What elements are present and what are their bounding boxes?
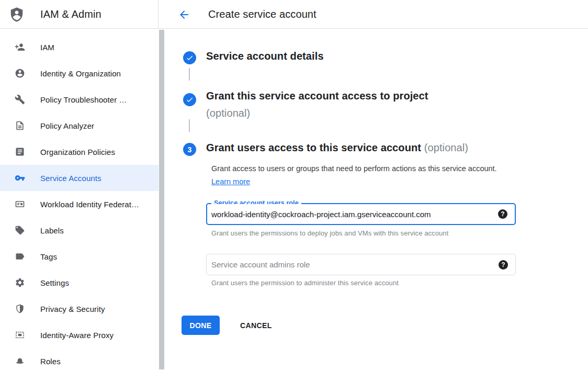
sidebar-item-label: IAM (40, 43, 54, 52)
sidebar-scrollbar-track[interactable] (159, 29, 165, 370)
check-icon (186, 96, 194, 104)
page-title: Create service account (208, 8, 316, 20)
users-role-helper: Grant users the permissions to deploy jo… (211, 229, 448, 237)
sidebar-item-label: Organization Policies (40, 148, 115, 156)
step1-title-text: Service account details (206, 50, 324, 62)
roles-hat-icon (15, 356, 25, 366)
shield-half-icon (15, 304, 25, 314)
sidebar-item-organization-policies[interactable]: Organization Policies (0, 139, 159, 165)
step-connector (189, 68, 190, 81)
iam-shield-logo-icon (9, 6, 25, 24)
step3-number-circle: 3 (183, 143, 196, 156)
workload-identity-card-icon (15, 199, 25, 209)
help-icon[interactable]: ? (498, 209, 507, 219)
person-add-icon (15, 42, 25, 52)
sidebar-item-label: Privacy & Security (40, 305, 105, 313)
users-role-input[interactable] (211, 204, 489, 224)
tag-arrow-icon (15, 251, 25, 262)
sidebar-item-label: Labels (40, 226, 64, 235)
check-icon (186, 54, 194, 62)
learn-more-link[interactable]: Learn more (211, 177, 250, 186)
sidebar-item-label: Settings (40, 278, 69, 287)
sidebar-item-label: Workload Identity Federat… (40, 200, 139, 209)
sidebar-item-settings[interactable]: Settings (0, 270, 159, 296)
step3-title: Grant users access to this service accou… (206, 142, 468, 154)
step2-title-text: Grant this service account access to pro… (206, 90, 428, 102)
step2-check-circle (183, 93, 196, 106)
app-title: IAM & Admin (40, 8, 101, 20)
gear-icon (15, 277, 25, 288)
step-connector (189, 119, 190, 132)
done-button[interactable]: DONE (182, 316, 220, 335)
sidebar-item-privacy-security[interactable]: Privacy & Security (0, 296, 159, 322)
sidebar-item-label: Policy Analyzer (40, 121, 94, 130)
sidebar-item-service-accounts[interactable]: Service Accounts (0, 165, 159, 191)
sidebar-item-iam[interactable]: IAM (0, 34, 159, 60)
sidebar-item-labels[interactable]: Labels (0, 217, 159, 243)
app-header: IAM & Admin Create service account (0, 0, 588, 29)
cancel-button[interactable]: CANCEL (235, 317, 277, 334)
page-header: Create service account (165, 0, 316, 29)
sidebar-item-policy-analyzer[interactable]: Policy Analyzer (0, 113, 159, 139)
description-text: Grant access to users or groups that nee… (211, 164, 497, 173)
org-policies-doc-icon (15, 147, 25, 157)
iap-dashed-icon (15, 330, 25, 340)
admins-role-input[interactable] (211, 254, 489, 275)
sidebar-item-label: Roles (40, 357, 61, 366)
sidebar-item-label: Identity & Organization (40, 69, 121, 78)
sidebar-item-roles[interactable]: Roles (0, 348, 159, 370)
sidebar-item-tags[interactable]: Tags (0, 243, 159, 270)
step3-optional-text: (optional) (424, 142, 468, 153)
step3-description: Grant access to users or groups that nee… (211, 162, 510, 188)
sidebar-item-label: Tags (40, 252, 57, 261)
sidebar-nav: IAM Identity & Organization Policy Troub… (0, 29, 159, 370)
main-content: Service account details Grant this servi… (165, 29, 588, 370)
step1-check-circle (183, 51, 196, 64)
step2-title: Grant this service account access to pro… (206, 87, 428, 122)
users-role-field-wrapper: Service account users role ? (206, 203, 516, 225)
step1-title: Service account details (206, 50, 324, 62)
step3-title-text: Grant users access to this service accou… (206, 142, 421, 153)
button-row: DONE CANCEL (182, 316, 277, 335)
sidebar-item-label: Policy Troubleshooter … (40, 95, 127, 104)
step3-number: 3 (188, 145, 192, 154)
identity-person-icon (15, 68, 25, 79)
help-icon[interactable]: ? (499, 260, 508, 270)
sidebar-header: IAM & Admin (0, 0, 159, 29)
sidebar-item-label: Service Accounts (40, 174, 101, 183)
admins-role-field-wrapper: ? (206, 254, 516, 275)
sidebar-item-policy-troubleshooter[interactable]: Policy Troubleshooter … (0, 86, 159, 113)
admins-role-helper: Grant users the permission to administer… (211, 279, 399, 287)
wrench-icon (15, 94, 25, 105)
policy-analyzer-doc-icon (15, 120, 25, 131)
step2-optional-text: (optional) (206, 107, 250, 119)
service-account-key-icon (15, 173, 25, 183)
sidebar-item-identity-aware-proxy[interactable]: Identity-Aware Proxy (0, 322, 159, 348)
sidebar-item-identity-organization[interactable]: Identity & Organization (0, 60, 159, 86)
sidebar-scrollbar-thumb[interactable] (159, 30, 164, 369)
sidebar-item-workload-identity-federat[interactable]: Workload Identity Federat… (0, 191, 159, 217)
back-arrow-icon[interactable] (178, 8, 190, 21)
label-tag-icon (15, 225, 25, 236)
sidebar-item-label: Identity-Aware Proxy (40, 331, 114, 340)
